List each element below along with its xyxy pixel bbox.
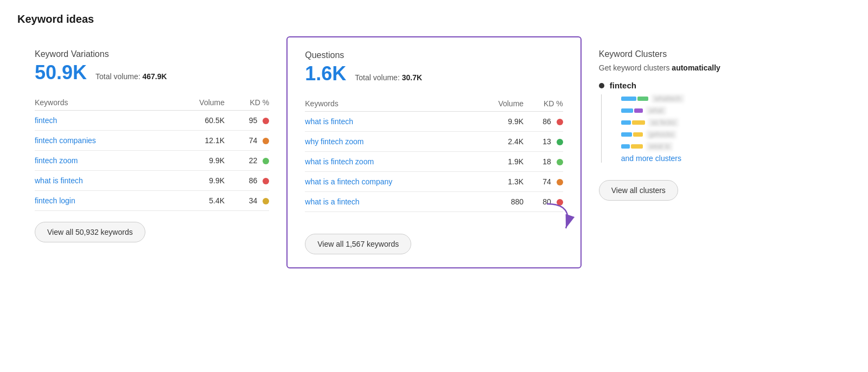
kd-cell: 34 [225,191,269,211]
bar-segment [634,108,643,113]
kd-dot [263,138,269,144]
panel-middle: Questions 1.6K Total volume: 30.7K Keywo… [286,36,581,268]
keyword-link[interactable]: fintech [35,111,169,131]
cluster-row-label: whattech [652,94,684,103]
table-row: fintech zoom 9.9K 22 [35,151,269,171]
kd-cell: 86 [524,112,563,132]
bar-segment [621,120,631,125]
cluster-row-label: gehocks [646,130,677,139]
middle-big-number: 1.6K [305,62,346,85]
page-title: Keyword ideas [17,13,851,25]
cluster-row-label: as fecks [648,118,679,127]
cluster-row: weat is [621,142,833,151]
keyword-link[interactable]: fintech zoom [35,151,169,171]
middle-col-volume: Volume [475,96,524,112]
keyword-link[interactable]: fintech login [35,191,169,211]
table-row: what is a fintech 880 80 [305,192,563,212]
kd-cell: 13 [524,132,563,152]
kd-cell: 95 [225,111,269,131]
panel-right: Keyword Clusters Get keyword clusters au… [582,36,851,214]
middle-view-all-button[interactable]: View all 1,567 keywords [305,234,411,254]
bar-group [621,120,645,125]
bar-group [621,132,643,137]
kd-dot [557,159,563,165]
bar-group [621,144,643,149]
table-row: what is a fintech company 1.3K 74 [305,172,563,192]
cluster-row: whattech [621,94,833,103]
cluster-tree: whattechwhatas fecksgehocksweat is and m… [601,94,833,163]
kd-dot [557,179,563,185]
volume-cell: 60.5K [169,111,225,131]
cluster-dot [599,83,604,88]
left-section-title: Keyword Variations [35,49,269,59]
left-col-kd: KD % [225,95,269,111]
keyword-link[interactable]: what is fintech zoom [305,152,474,172]
middle-total: Total volume: 30.7K [355,73,422,82]
keyword-link[interactable]: fintech companies [35,131,169,151]
kd-dot [263,158,269,164]
volume-cell: 9.9K [475,112,524,132]
kd-cell: 74 [524,172,563,192]
kd-cell: 22 [225,151,269,171]
bar-group [621,108,643,113]
right-view-all-button[interactable]: View all clusters [599,180,678,201]
kd-cell: 18 [524,152,563,172]
arrow-decoration [525,201,569,239]
volume-cell: 9.9K [169,171,225,191]
cluster-label: fintech [610,81,636,90]
bar-segment [621,144,630,149]
right-section-title: Keyword Clusters [599,49,833,59]
left-view-all-button[interactable]: View all 50,932 keywords [35,222,145,242]
volume-cell: 2.4K [475,132,524,152]
table-row: fintech 60.5K 95 [35,111,269,131]
kd-dot [557,139,563,145]
cluster-row-label: what [646,106,666,115]
cluster-group: fintech [599,81,833,90]
volume-cell: 880 [475,192,524,212]
middle-section-title: Questions [305,50,563,60]
middle-keyword-table: Keywords Volume KD % what is fintech 9.9… [305,96,563,212]
kd-dot [263,178,269,184]
left-big-number: 50.9K [35,61,87,84]
volume-cell: 5.4K [169,191,225,211]
volume-cell: 9.9K [169,151,225,171]
cluster-row: as fecks [621,118,833,127]
bar-group [621,97,648,101]
middle-col-keywords: Keywords [305,96,474,112]
bar-segment [632,120,645,125]
left-total: Total volume: 467.9K [95,72,167,81]
table-row: fintech companies 12.1K 74 [35,131,269,151]
table-row: what is fintech zoom 1.9K 18 [305,152,563,172]
kd-dot [263,118,269,124]
keyword-link[interactable]: what is fintech [305,112,474,132]
table-row: why fintech zoom 2.4K 13 [305,132,563,152]
middle-col-kd: KD % [524,96,563,112]
kd-cell: 86 [225,171,269,191]
kd-dot [557,119,563,125]
keyword-link[interactable]: what is a fintech [305,192,474,212]
bar-segment [621,132,632,137]
volume-cell: 1.3K [475,172,524,192]
volume-cell: 12.1K [169,131,225,151]
keyword-link[interactable]: what is fintech [35,171,169,191]
cluster-row-label: weat is [646,142,673,151]
and-more-link[interactable]: and more clusters [621,154,833,163]
table-row: what is fintech 9.9K 86 [35,171,269,191]
bar-segment [633,132,643,137]
volume-cell: 1.9K [475,152,524,172]
left-col-volume: Volume [169,95,225,111]
table-row: fintech login 5.4K 34 [35,191,269,211]
kd-cell: 74 [225,131,269,151]
table-row: what is fintech 9.9K 86 [305,112,563,132]
bar-segment [631,144,643,149]
bar-segment [621,108,633,113]
keyword-link[interactable]: why fintech zoom [305,132,474,152]
cluster-row: gehocks [621,130,833,139]
cluster-row: what [621,106,833,115]
panel-left: Keyword Variations 50.9K Total volume: 4… [17,36,286,255]
keyword-link[interactable]: what is a fintech company [305,172,474,192]
bar-segment [637,97,648,101]
left-keyword-table: Keywords Volume KD % fintech 60.5K 95 fi… [35,95,269,211]
kd-dot [263,198,269,204]
clusters-description: Get keyword clusters automatically [599,63,833,72]
